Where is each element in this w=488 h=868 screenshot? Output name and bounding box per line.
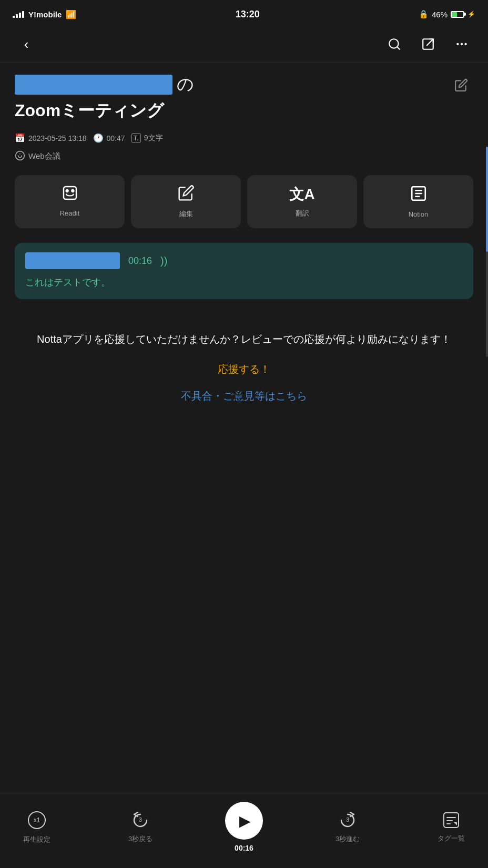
title-main: Zoomミーティング xyxy=(15,99,442,122)
back-button[interactable]: ‹ xyxy=(15,33,38,56)
category-icon xyxy=(15,150,25,162)
readit-button[interactable]: Readit xyxy=(15,175,125,228)
play-indicator: )) xyxy=(160,255,167,267)
tags-row: Web会議 xyxy=(15,150,473,162)
playback-speed-icon: x1 xyxy=(26,810,47,831)
tags-control[interactable]: タグ一覧 xyxy=(430,811,472,843)
title-area: の Zoomミーティング xyxy=(15,73,473,122)
title-highlighted-block xyxy=(15,75,172,95)
svg-point-10 xyxy=(66,190,68,192)
battery-icon xyxy=(451,11,464,18)
readit-label: Readit xyxy=(60,209,80,217)
play-control[interactable]: ▶ 00:16 xyxy=(223,802,265,852)
svg-line-1 xyxy=(397,47,400,49)
play-icon: ▶ xyxy=(239,812,251,830)
charging-icon: ⚡ xyxy=(467,11,475,18)
svg-text:3: 3 xyxy=(139,817,142,823)
meta-chars: T. 9文字 xyxy=(131,133,163,143)
text-icon: T. xyxy=(131,133,141,143)
notion-label: Notion xyxy=(409,210,429,218)
player-timestamp: 00:16 xyxy=(235,844,253,852)
notion-icon xyxy=(410,185,428,206)
svg-point-11 xyxy=(72,190,74,192)
nav-icons-right xyxy=(383,33,473,56)
signal-icon xyxy=(13,11,24,18)
more-button[interactable] xyxy=(450,33,473,56)
nav-bar: ‹ xyxy=(0,26,488,63)
share-button[interactable] xyxy=(416,33,440,56)
playback-speed-label: 再生設定 xyxy=(23,835,50,844)
playback-speed-control[interactable]: x1 再生設定 xyxy=(16,810,58,844)
promo-support-button[interactable]: 応援する！ xyxy=(36,362,452,376)
forward-label: 3秒進む xyxy=(336,834,360,844)
tag-category: Web会議 xyxy=(15,150,60,162)
edit-icon xyxy=(178,185,195,205)
notion-button[interactable]: Notion xyxy=(363,175,473,228)
rewind-control[interactable]: 3 3秒戻る xyxy=(119,810,161,844)
metadata-row: 📅 2023-05-25 13:18 🕐 00:47 T. 9文字 xyxy=(15,133,473,143)
title-particle: の xyxy=(177,73,194,96)
meta-date-value: 2023-05-25 13:18 xyxy=(28,134,87,142)
svg-point-6 xyxy=(464,43,466,45)
status-bar: Y!mobile 📶 13:20 🔒 46% ⚡ xyxy=(0,0,488,26)
battery-pct: 46% xyxy=(432,10,448,19)
transcript-card: 00:16 )) これはテストです。 xyxy=(15,243,473,299)
meta-duration: 🕐 00:47 xyxy=(93,133,125,143)
scrollbar-thumb xyxy=(486,147,488,252)
lock-icon: 🔒 xyxy=(419,9,429,19)
rewind-icon: 3 xyxy=(130,810,150,830)
svg-point-7 xyxy=(16,151,25,160)
readit-icon xyxy=(62,185,78,205)
calendar-icon: 📅 xyxy=(15,133,25,143)
action-buttons: Readit 編集 文A 翻訳 Notion xyxy=(15,175,473,228)
carrier-label: Y!mobile xyxy=(28,10,62,19)
promo-text: Nottaアプリを応援していただけませんか？レビューでの応援が何より励みになりま… xyxy=(36,331,452,348)
main-content: の Zoomミーティング 📅 2023-05-25 13:18 🕐 00:47 … xyxy=(0,63,488,424)
promo-feedback-button[interactable]: 不具合・ご意見等はこちら xyxy=(36,389,452,403)
forward-control[interactable]: 3 3秒進む xyxy=(327,810,369,844)
meta-date: 📅 2023-05-25 13:18 xyxy=(15,133,87,143)
svg-point-5 xyxy=(461,43,463,45)
player-controls: x1 再生設定 3 3秒戻る ▶ 00:16 xyxy=(11,802,477,852)
status-right: 🔒 46% ⚡ xyxy=(419,9,475,19)
tags-icon xyxy=(442,811,461,830)
tags-label: タグ一覧 xyxy=(438,834,465,843)
meta-chars-value: 9文字 xyxy=(144,134,163,143)
search-button[interactable] xyxy=(383,33,406,56)
scrollbar[interactable] xyxy=(486,147,488,357)
rewind-label: 3秒戻る xyxy=(128,834,152,844)
transcript-header: 00:16 )) xyxy=(25,252,463,269)
speaker-highlight xyxy=(25,252,120,269)
wifi-icon: 📶 xyxy=(66,9,76,19)
status-left: Y!mobile 📶 xyxy=(13,9,76,19)
translate-icon: 文A xyxy=(289,185,314,205)
forward-icon: 3 xyxy=(338,810,358,830)
svg-line-3 xyxy=(427,39,433,45)
meta-duration-value: 00:47 xyxy=(107,134,125,142)
svg-point-4 xyxy=(456,43,459,45)
svg-text:x1: x1 xyxy=(34,816,40,824)
transcript-text: これはテストです。 xyxy=(25,275,463,290)
edit-button[interactable]: 編集 xyxy=(131,175,241,228)
transcript-timestamp: 00:16 xyxy=(128,256,152,267)
svg-rect-9 xyxy=(64,187,76,199)
bottom-player-bar: x1 再生設定 3 3秒戻る ▶ 00:16 xyxy=(0,793,488,868)
translate-button[interactable]: 文A 翻訳 xyxy=(247,175,357,228)
status-time: 13:20 xyxy=(236,9,260,20)
category-label: Web会議 xyxy=(28,151,60,161)
play-button[interactable]: ▶ xyxy=(225,802,263,840)
promo-section: Nottaアプリを応援していただけませんか？レビューでの応援が何より励みになりま… xyxy=(15,320,473,424)
translate-label: 翻訳 xyxy=(296,209,309,218)
edit-label: 編集 xyxy=(179,209,193,219)
svg-text:3: 3 xyxy=(346,817,349,823)
clock-icon: 🕐 xyxy=(93,133,104,143)
edit-title-button[interactable] xyxy=(454,78,468,95)
